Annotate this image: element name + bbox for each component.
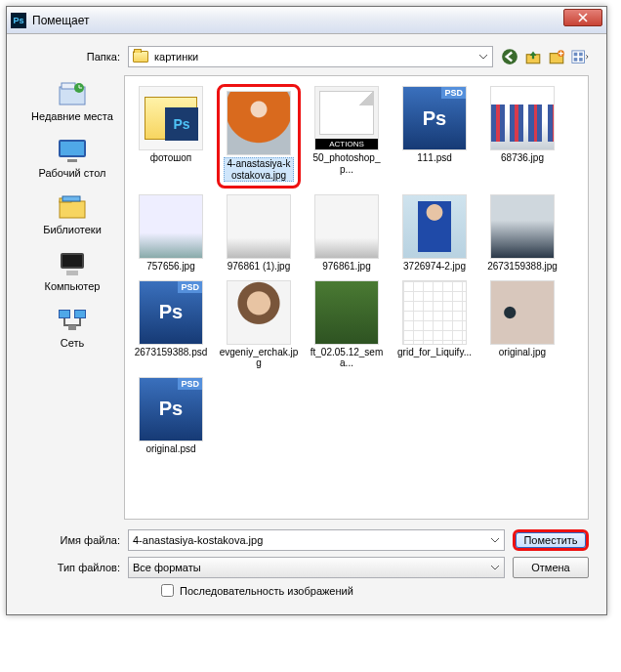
svg-rect-5 bbox=[574, 52, 578, 56]
file-name: 976861 (1).jpg bbox=[228, 261, 291, 273]
svg-point-0 bbox=[502, 49, 518, 64]
file-name: original.jpg bbox=[499, 347, 546, 358]
file-thumbnail bbox=[314, 194, 379, 259]
file-name: grid_for_Liquify... bbox=[397, 347, 472, 358]
file-item[interactable]: ACTIONS50_photoshop_p... bbox=[305, 84, 389, 189]
file-item[interactable]: grid_for_Liquify... bbox=[393, 278, 476, 371]
sidebar-item-desktop[interactable]: Рабочий стол bbox=[38, 136, 105, 179]
file-name: 68736.jpg bbox=[501, 152, 544, 164]
filename-value: 4-anastasiya-kostakova.jpg bbox=[133, 534, 263, 546]
chevron-down-icon bbox=[478, 52, 488, 62]
file-item[interactable]: 2673159388.jpg bbox=[480, 192, 564, 274]
svg-rect-24 bbox=[75, 311, 85, 317]
titlebar[interactable]: Ps Помещает bbox=[7, 7, 606, 34]
file-thumbnail: Ps bbox=[139, 377, 203, 441]
file-name: 111.psd bbox=[417, 152, 452, 164]
file-item[interactable]: original.jpg bbox=[480, 278, 564, 371]
file-browser[interactable]: Psфотошоп4-anastasiya-kostakova.jpgACTIO… bbox=[124, 75, 589, 520]
file-item[interactable]: 68736.jpg bbox=[480, 84, 564, 189]
place-dialog: Ps Помещает Папка: картинки bbox=[6, 6, 607, 615]
file-name: 2673159388.psd bbox=[135, 347, 208, 358]
file-thumbnail bbox=[490, 86, 555, 150]
file-thumbnail bbox=[314, 280, 379, 345]
file-name: ft_02.05.12_sema... bbox=[307, 347, 387, 369]
sidebar-item-recent[interactable]: Недавние места bbox=[31, 79, 113, 122]
back-icon[interactable] bbox=[501, 48, 518, 65]
file-item[interactable]: Psoriginal.psd bbox=[129, 375, 213, 457]
file-name: 976861.jpg bbox=[322, 261, 371, 273]
filename-label: Имя файла: bbox=[24, 534, 120, 546]
file-name: 50_photoshop_p... bbox=[307, 152, 387, 175]
view-mode-icon[interactable] bbox=[571, 48, 589, 65]
file-thumbnail bbox=[227, 91, 291, 155]
file-item[interactable]: Ps111.psd bbox=[393, 84, 476, 189]
image-sequence-checkbox[interactable] bbox=[161, 584, 174, 597]
sidebar-item-network[interactable]: Сеть bbox=[56, 306, 89, 349]
svg-rect-20 bbox=[66, 271, 78, 275]
file-name: 3726974-2.jpg bbox=[403, 261, 466, 273]
file-name: фотошоп bbox=[150, 152, 192, 164]
file-thumbnail: Ps bbox=[139, 86, 203, 150]
desktop-icon bbox=[56, 136, 89, 165]
svg-rect-10 bbox=[62, 83, 75, 89]
file-item[interactable]: ft_02.05.12_sema... bbox=[305, 278, 389, 371]
file-item[interactable]: evgeniy_erchak.jpg bbox=[217, 278, 301, 371]
svg-rect-19 bbox=[62, 255, 82, 267]
place-button-label: Поместить bbox=[523, 534, 577, 546]
svg-rect-8 bbox=[579, 58, 583, 62]
svg-rect-6 bbox=[579, 52, 583, 56]
file-thumbnail bbox=[490, 280, 555, 345]
close-button[interactable] bbox=[563, 9, 602, 26]
libraries-icon bbox=[56, 192, 89, 222]
file-thumbnail bbox=[139, 194, 203, 259]
folder-label: Папка: bbox=[24, 51, 120, 63]
file-name: 4-anastasiya-kostakova.jpg bbox=[224, 157, 294, 182]
sidebar-item-label: Компьютер bbox=[45, 280, 101, 292]
folder-icon bbox=[133, 51, 148, 63]
svg-rect-15 bbox=[60, 201, 85, 218]
file-item[interactable]: 976861.jpg bbox=[305, 192, 389, 274]
folder-dropdown[interactable]: картинки bbox=[128, 46, 493, 67]
close-icon bbox=[578, 13, 588, 22]
svg-rect-25 bbox=[68, 325, 76, 330]
new-folder-icon[interactable] bbox=[548, 48, 565, 65]
filetype-combobox[interactable]: Все форматы bbox=[128, 557, 505, 578]
file-name: 2673159388.jpg bbox=[487, 261, 558, 273]
file-item[interactable]: 976861 (1).jpg bbox=[217, 192, 301, 274]
file-item[interactable]: 757656.jpg bbox=[129, 192, 213, 274]
file-thumbnail: Ps bbox=[139, 280, 203, 345]
place-button[interactable]: Поместить bbox=[513, 529, 589, 551]
filename-combobox[interactable]: 4-anastasiya-kostakova.jpg bbox=[128, 529, 505, 551]
sidebar-item-libraries[interactable]: Библиотеки bbox=[43, 192, 102, 235]
file-thumbnail bbox=[490, 194, 555, 259]
file-item[interactable]: Ps2673159388.psd bbox=[129, 278, 213, 371]
file-thumbnail bbox=[402, 280, 467, 345]
toolbar-icons bbox=[501, 48, 589, 65]
window-title: Помещает bbox=[32, 14, 90, 27]
file-item[interactable]: 3726974-2.jpg bbox=[393, 192, 476, 274]
folder-name: картинки bbox=[154, 51, 473, 63]
filetype-value: Все форматы bbox=[133, 562, 201, 573]
cancel-button-label: Отмена bbox=[531, 562, 569, 573]
file-thumbnail: ACTIONS bbox=[314, 86, 379, 150]
network-icon bbox=[56, 306, 89, 335]
places-sidebar: Недавние места Рабочий стол Библиотеки К… bbox=[24, 75, 120, 520]
cancel-button[interactable]: Отмена bbox=[513, 557, 589, 578]
file-thumbnail bbox=[227, 194, 291, 259]
sidebar-item-computer[interactable]: Компьютер bbox=[45, 249, 101, 292]
file-item[interactable]: Psфотошоп bbox=[129, 84, 213, 189]
photoshop-icon: Ps bbox=[11, 13, 26, 28]
image-sequence-label: Последовательность изображений bbox=[180, 585, 353, 597]
chevron-down-icon bbox=[490, 563, 500, 572]
file-item[interactable]: 4-anastasiya-kostakova.jpg bbox=[217, 84, 301, 189]
svg-rect-23 bbox=[60, 311, 69, 317]
file-name: evgeniy_erchak.jpg bbox=[219, 347, 299, 369]
computer-icon bbox=[56, 249, 89, 278]
svg-rect-13 bbox=[61, 142, 84, 155]
chevron-down-icon bbox=[490, 535, 500, 545]
file-thumbnail bbox=[227, 280, 291, 345]
up-folder-icon[interactable] bbox=[524, 48, 542, 65]
sidebar-item-label: Сеть bbox=[61, 337, 84, 349]
sidebar-item-label: Рабочий стол bbox=[38, 167, 105, 179]
filetype-label: Тип файлов: bbox=[24, 562, 120, 573]
